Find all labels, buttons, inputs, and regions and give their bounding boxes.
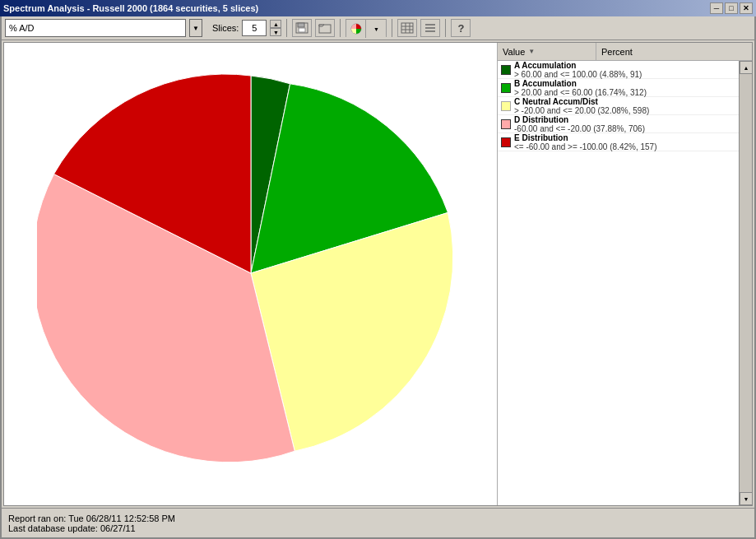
dropdown-arrow-icon[interactable]: ▼ xyxy=(189,19,202,37)
pie-chart xyxy=(37,59,465,487)
close-button[interactable]: ✕ xyxy=(740,2,753,14)
grid-view-2-icon xyxy=(424,22,437,34)
toolbar-separator-4 xyxy=(445,19,446,37)
help-button[interactable]: ? xyxy=(451,19,471,37)
legend-color-d xyxy=(501,119,511,129)
maximize-button[interactable]: □ xyxy=(725,2,738,14)
db-update-line: Last database update: 06/27/11 xyxy=(8,523,748,533)
status-bar: Report ran on: Tue 06/28/11 12:52:58 PM … xyxy=(2,508,754,537)
legend-label-a: A Accumulation xyxy=(514,61,749,70)
legend-color-b xyxy=(501,83,511,93)
scroll-down-button[interactable]: ▼ xyxy=(740,492,753,505)
scrollbar: ▲ ▼ xyxy=(739,61,752,505)
legend-row-b[interactable]: B Accumulation > 20.00 and <= 60.00 (16.… xyxy=(498,79,752,97)
legend-row-c[interactable]: C Neutral Accum/Dist > -20.00 and <= 20.… xyxy=(498,97,752,115)
spin-down-button[interactable]: ▼ xyxy=(270,28,281,36)
chart-area xyxy=(4,43,497,505)
slices-input[interactable] xyxy=(242,20,267,36)
legend-range-a: > 60.00 and <= 100.00 (4.88%, 91) xyxy=(514,70,749,79)
window-title: Spectrum Analysis - Russell 2000 (1864 s… xyxy=(3,3,258,13)
scroll-up-button[interactable]: ▲ xyxy=(740,61,753,74)
legend-color-e xyxy=(501,137,511,147)
toolbar-separator-3 xyxy=(392,19,392,37)
svg-rect-5 xyxy=(401,23,413,33)
legend-range-b: > 20.00 and <= 60.00 (16.74%, 312) xyxy=(514,88,749,97)
percent-col-label: Percent xyxy=(601,47,633,57)
sort-icon[interactable]: ▼ xyxy=(528,48,535,55)
save-icon xyxy=(295,22,308,34)
main-window: % A/D ▼ Slices: ▲ ▼ xyxy=(0,16,756,539)
toolbar: % A/D ▼ Slices: ▲ ▼ xyxy=(2,16,754,40)
slices-spinner: ▲ ▼ xyxy=(270,20,281,36)
title-bar: Spectrum Analysis - Russell 2000 (1864 s… xyxy=(0,0,756,16)
legend-color-c xyxy=(501,101,511,111)
content-area: Value ▼ Percent A Accumulation > 60.00 a… xyxy=(3,42,753,506)
window-controls: ─ □ ✕ xyxy=(710,2,753,14)
legend-label-e: E Distribution xyxy=(514,133,749,142)
indicator-dropdown[interactable]: % A/D xyxy=(5,19,186,37)
pie-chart-icon xyxy=(350,23,363,35)
legend-label-c: C Neutral Accum/Dist xyxy=(514,97,749,106)
pie-chart-button[interactable] xyxy=(346,20,366,38)
svg-rect-1 xyxy=(298,23,304,27)
save-button[interactable] xyxy=(292,19,312,37)
toolbar-separator-1 xyxy=(286,19,287,37)
legend-row-d[interactable]: D Distribution -60.00 and <= -20.00 (37.… xyxy=(498,115,752,133)
legend-label-b: B Accumulation xyxy=(514,79,749,88)
slices-label: Slices: xyxy=(212,23,239,33)
legend-row-a[interactable]: A Accumulation > 60.00 and <= 100.00 (4.… xyxy=(498,61,752,79)
legend-label-d: D Distribution xyxy=(514,115,749,124)
spin-up-button[interactable]: ▲ xyxy=(270,20,281,28)
toolbar-separator-2 xyxy=(340,19,341,37)
legend-color-a xyxy=(501,65,511,75)
scroll-track xyxy=(740,74,752,492)
legend-header: Value ▼ Percent xyxy=(498,43,752,61)
report-date-line: Report ran on: Tue 06/28/11 12:52:58 PM xyxy=(8,513,748,523)
help-icon: ? xyxy=(457,22,464,35)
svg-rect-2 xyxy=(299,28,305,32)
legend-value-header: Value ▼ xyxy=(498,43,596,60)
load-icon xyxy=(318,22,332,34)
pie-chart-container xyxy=(37,59,465,489)
legend-range-d: -60.00 and <= -20.00 (37.88%, 706) xyxy=(514,124,749,133)
minimize-button[interactable]: ─ xyxy=(710,2,723,14)
grid-view-1-button[interactable] xyxy=(397,19,417,37)
legend-panel: Value ▼ Percent A Accumulation > 60.00 a… xyxy=(497,43,752,505)
dropdown-value: % A/D xyxy=(9,23,35,33)
legend-percent-header: Percent xyxy=(596,43,752,60)
legend-range-e: <= -60.00 and >= -100.00 (8.42%, 157) xyxy=(514,142,749,151)
legend-rows: A Accumulation > 60.00 and <= 100.00 (4.… xyxy=(498,61,752,505)
load-button[interactable] xyxy=(315,19,335,37)
grid-view-1-icon xyxy=(401,22,414,34)
dropdown-chart-arrow[interactable]: ▼ xyxy=(366,20,386,38)
value-col-label: Value xyxy=(503,47,525,57)
grid-view-2-button[interactable] xyxy=(420,19,440,37)
legend-range-c: > -20.00 and <= 20.00 (32.08%, 598) xyxy=(514,106,749,115)
legend-row-e[interactable]: E Distribution <= -60.00 and >= -100.00 … xyxy=(498,133,752,151)
chart-type-group: ▼ xyxy=(346,19,387,37)
